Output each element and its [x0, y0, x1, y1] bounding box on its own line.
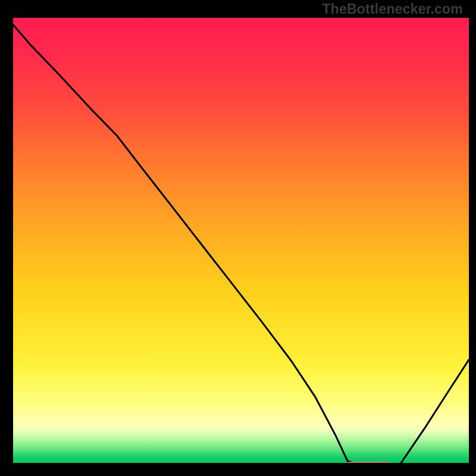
source-attribution: TheBottlenecker.com: [0, 1, 476, 17]
plot-area: [7, 18, 469, 469]
x-axis: [7, 463, 469, 469]
bottleneck-curve: [7, 18, 469, 468]
curve-overlay: [7, 18, 469, 469]
chart-container: TheBottlenecker.com: [0, 0, 476, 476]
y-axis: [7, 18, 13, 469]
